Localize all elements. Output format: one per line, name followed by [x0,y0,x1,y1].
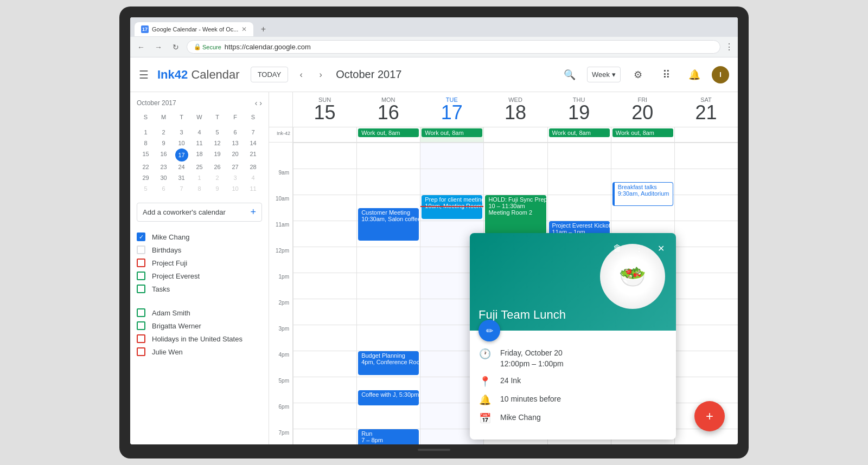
day-header-mon[interactable]: Mon 16 [356,92,420,127]
sat-slot-2[interactable] [674,299,738,325]
search-btn[interactable]: 🔍 [559,64,580,86]
cal-item-birthdays[interactable]: Birthdays [137,243,262,256]
cal-item-mike-chang[interactable]: ✓ Mike Chang [137,230,262,243]
mini-cal-cell[interactable]: 27 [226,162,244,172]
sun-slot-11[interactable] [293,221,356,247]
cal-item-julie[interactable]: Julie Wen [137,345,262,358]
mini-cal-cell[interactable]: 2 [208,172,226,183]
workout-tue-event[interactable]: Work out, 8am [422,128,482,137]
breakfast-talks-event[interactable]: Breakfast talks 9:30am, Auditorium [612,182,673,206]
sat-slot-11[interactable] [674,221,738,247]
cal-item-project-fuji[interactable]: Project Fuji [137,256,262,269]
mon-slot-1[interactable] [356,273,420,299]
view-selector[interactable]: Week ▾ [587,67,621,82]
mini-cal-cell[interactable]: 6 [226,127,244,138]
tab-close-btn[interactable]: ✕ [241,25,247,33]
sun-slot-3[interactable] [293,325,356,351]
prep-client-event[interactable]: Prep for client meeting 10am, Meeting Ro… [422,195,482,219]
sun-slot-9[interactable] [293,169,356,195]
sun-slot-12[interactable] [293,247,356,273]
mini-cal-cell[interactable]: 18 [190,148,208,162]
mon-slot-10[interactable]: Customer Meeting 10:30am, Salon coffee s [356,195,420,221]
mini-cal-cell[interactable]: 1 [190,172,208,183]
mini-cal-cell[interactable]: 3 [226,172,244,183]
mini-cal-cell[interactable]: 1 [137,127,155,138]
thu-slot-9[interactable] [547,169,611,195]
next-week-btn[interactable]: › [312,66,329,83]
mini-cal-cell[interactable]: 7 [173,183,190,194]
sun-slot-6[interactable] [293,403,356,429]
mini-cal-cell[interactable]: 4 [244,172,262,183]
mini-cal-cell[interactable]: 13 [226,138,244,148]
add-coworker-btn[interactable]: Add a coworker's calendar + [137,203,262,222]
sun-slot-7[interactable] [293,429,356,444]
mini-cal-cell[interactable]: 28 [244,162,262,172]
cal-item-adam[interactable]: Adam Smith [137,306,262,319]
fri-slot-8[interactable] [611,143,674,169]
address-bar[interactable]: 🔒 Secure https://calendar.google.com [187,40,720,54]
hold-fuji-event[interactable]: HOLD: Fuji Sync Prep 10 – 11:30am Meetin… [485,195,546,234]
mon-slot-12[interactable] [356,247,420,273]
wed-slot-9[interactable] [483,169,547,195]
workout-mon-event[interactable]: Work out, 8am [358,128,419,137]
cal-checkbox-everest[interactable] [137,272,145,280]
thu-slot-8[interactable] [547,143,611,169]
cal-item-project-everest[interactable]: Project Everest [137,269,262,282]
cal-checkbox-tasks[interactable] [137,285,145,293]
fri-slot-9[interactable]: Breakfast talks 9:30am, Auditorium [611,169,674,195]
mini-cal-prev-btn[interactable]: ‹ [255,99,258,107]
sun-slot-10[interactable] [293,195,356,221]
day-header-fri[interactable]: Fri 20 [611,92,674,127]
mini-cal-cell[interactable]: 19 [208,148,226,162]
sat-slot-9[interactable] [674,169,738,195]
cal-checkbox-adam[interactable] [137,308,145,317]
mini-cal-cell[interactable]: 8 [190,183,208,194]
mon-slot-5[interactable]: Coffee with J, 5:30pm [356,377,420,403]
mini-cal-cell[interactable]: 24 [173,162,190,172]
mini-cal-cell[interactable]: 30 [155,172,173,183]
workout-fri-event[interactable]: Work out, 8am [612,128,673,137]
mini-cal-cell[interactable]: 25 [190,162,208,172]
mini-cal-cell[interactable]: 10 [173,138,190,148]
mon-slot-7[interactable]: Run 7 – 8pm [356,429,420,444]
mini-cal-cell[interactable]: 20 [226,148,244,162]
mini-cal-cell[interactable]: 31 [173,172,190,183]
mon-slot-9[interactable] [356,169,420,195]
mini-cal-cell[interactable] [244,122,262,127]
mini-cal-cell[interactable]: 12 [208,138,226,148]
mon-slot-3[interactable] [356,325,420,351]
sun-slot-8[interactable] [293,143,356,169]
day-header-sun[interactable]: Sun 15 [293,92,356,127]
budget-planning-event[interactable]: Budget Planning 4pm, Conference Room [358,351,419,375]
mini-cal-cell[interactable]: 29 [137,172,155,183]
cal-checkbox-julie[interactable] [137,347,145,356]
browser-menu-btn[interactable]: ⋮ [725,42,733,52]
notifications-btn[interactable]: 🔔 [684,64,705,86]
tue-slot-8[interactable] [420,143,483,169]
cal-checkbox-mike[interactable]: ✓ [137,232,145,241]
mini-cal-cell[interactable]: 21 [244,148,262,162]
new-tab-btn[interactable]: + [256,22,271,37]
mon-slot-4[interactable]: Budget Planning 4pm, Conference Room [356,351,420,377]
wed-slot-8[interactable] [483,143,547,169]
workout-thu-event[interactable]: Work out, 8am [549,128,610,137]
mini-cal-today[interactable]: 17 [175,148,188,162]
back-btn[interactable]: ← [135,41,148,54]
thu-slot-10[interactable] [547,195,611,221]
popup-delete-btn[interactable]: 🗑 [609,240,626,257]
sun-slot-1[interactable] [293,273,356,299]
mini-cal-cell[interactable] [226,122,244,127]
day-header-thu[interactable]: Thu 19 [547,92,611,127]
mini-cal-cell[interactable]: 10 [226,183,244,194]
mini-cal-cell[interactable]: 5 [137,183,155,194]
run-event[interactable]: Run 7 – 8pm [358,429,419,444]
mini-cal-cell[interactable]: 6 [155,183,173,194]
sat-slot-10[interactable] [674,195,738,221]
sat-slot-3[interactable] [674,325,738,351]
mini-cal-cell[interactable]: 4 [190,127,208,138]
mini-cal-cell[interactable]: 23 [155,162,173,172]
mini-cal-cell[interactable]: 5 [208,127,226,138]
cal-item-tasks[interactable]: Tasks [137,282,262,295]
coffee-with-j-event[interactable]: Coffee with J, 5:30pm [358,390,419,405]
mini-cal-cell[interactable]: 16 [155,148,173,162]
